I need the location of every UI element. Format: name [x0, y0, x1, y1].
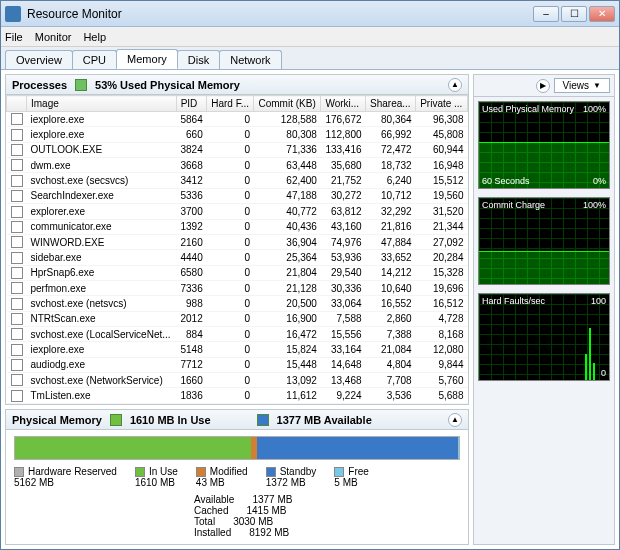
table-row[interactable]: svchost.exe (LocalServiceNet...884016,47… — [7, 327, 468, 342]
table-row[interactable]: iexplore.exe660080,308112,80066,99245,80… — [7, 127, 468, 142]
col-private[interactable]: Private ... — [416, 96, 468, 112]
cell-commit: 62,400 — [254, 173, 321, 188]
physmem-header[interactable]: Physical Memory 1610 MB In Use 1377 MB A… — [6, 410, 468, 430]
table-row[interactable]: HprSnap6.exe6580021,80429,54014,21215,32… — [7, 265, 468, 280]
row-checkbox[interactable] — [7, 296, 27, 311]
table-row[interactable]: iexplore.exe5148015,82433,16421,08412,08… — [7, 342, 468, 357]
cell-pid: 3700 — [176, 204, 207, 219]
menu-monitor[interactable]: Monitor — [35, 31, 72, 43]
legend-mod-val: 43 MB — [196, 477, 248, 488]
cell-private: 5,760 — [416, 373, 468, 388]
row-checkbox[interactable] — [7, 373, 27, 388]
table-row[interactable]: explorer.exe3700040,77263,81232,29231,52… — [7, 204, 468, 219]
cell-commit: 21,128 — [254, 280, 321, 295]
table-row[interactable]: sidebar.exe4440025,36453,93633,65220,284 — [7, 250, 468, 265]
col-pid[interactable]: PID — [176, 96, 207, 112]
table-row[interactable]: WINWORD.EXE2160036,90474,97647,88427,092 — [7, 234, 468, 249]
cell-private: 16,948 — [416, 158, 468, 173]
table-row[interactable]: iexplore.exe58640128,588176,67280,36496,… — [7, 112, 468, 127]
tab-overview[interactable]: Overview — [5, 50, 73, 69]
row-checkbox[interactable] — [7, 357, 27, 372]
views-button[interactable]: Views▼ — [554, 78, 610, 93]
titlebar[interactable]: Resource Monitor – ☐ ✕ — [1, 1, 619, 27]
row-checkbox[interactable] — [7, 112, 27, 127]
processes-table-scroll[interactable]: Image PID Hard F... Commit (KB) Worki...… — [6, 95, 468, 404]
menu-help[interactable]: Help — [83, 31, 106, 43]
tab-disk[interactable]: Disk — [177, 50, 220, 69]
table-row[interactable]: SearchIndexer.exe5336047,18830,27210,712… — [7, 188, 468, 203]
stat-total-v: 3030 MB — [233, 516, 273, 527]
close-button[interactable]: ✕ — [589, 6, 615, 22]
row-checkbox[interactable] — [7, 311, 27, 326]
legend-free: Free — [348, 466, 369, 477]
sidebar-collapse-icon[interactable]: ▶ — [536, 79, 550, 93]
graphs-sidebar: ▶ Views▼ Used Physical Memory 100% 60 Se… — [473, 74, 615, 545]
row-checkbox[interactable] — [7, 188, 27, 203]
row-checkbox[interactable] — [7, 158, 27, 173]
minimize-button[interactable]: – — [533, 6, 559, 22]
cell-sharea: 80,364 — [366, 112, 416, 127]
cell-commit: 11,380 — [254, 403, 321, 404]
row-checkbox[interactable] — [7, 403, 27, 404]
table-row[interactable]: svchost.exe (netsvcs)988020,50033,06416,… — [7, 296, 468, 311]
table-row[interactable]: perfmon.exe7336021,12830,33610,64019,696 — [7, 280, 468, 295]
col-working[interactable]: Worki... — [321, 96, 366, 112]
cell-private: 60,944 — [416, 142, 468, 157]
row-checkbox[interactable] — [7, 173, 27, 188]
cell-pid: 5336 — [176, 188, 207, 203]
col-image[interactable]: Image — [27, 96, 177, 112]
row-checkbox[interactable] — [7, 234, 27, 249]
cell-sharea: 21,084 — [366, 342, 416, 357]
row-checkbox[interactable] — [7, 204, 27, 219]
collapse-icon[interactable]: ▲ — [448, 78, 462, 92]
tab-cpu[interactable]: CPU — [72, 50, 117, 69]
table-row[interactable]: NTRtScan.exe2012016,9007,5882,8604,728 — [7, 311, 468, 326]
graph-used-physical-memory: Used Physical Memory 100% 60 Seconds 0% — [478, 101, 610, 189]
graph-hard-faults: Hard Faults/sec 100 0 — [478, 293, 610, 381]
row-checkbox[interactable] — [7, 250, 27, 265]
tab-memory[interactable]: Memory — [116, 49, 178, 69]
menubar: File Monitor Help — [1, 27, 619, 47]
menu-file[interactable]: File — [5, 31, 23, 43]
cell-hardf: 0 — [207, 158, 254, 173]
row-checkbox[interactable] — [7, 388, 27, 403]
col-sharea[interactable]: Sharea... — [366, 96, 416, 112]
cell-working: 30,336 — [321, 280, 366, 295]
table-row[interactable]: dwm.exe3668063,44835,68018,73216,948 — [7, 158, 468, 173]
cell-image: svchost.exe (LocalServiceNet... — [27, 327, 177, 342]
cell-commit: 11,612 — [254, 388, 321, 403]
row-checkbox[interactable] — [7, 127, 27, 142]
processes-header[interactable]: Processes 53% Used Physical Memory ▲ — [6, 75, 468, 95]
table-row[interactable]: OUTLOOK.EXE3824071,336133,41672,47260,94… — [7, 142, 468, 157]
cell-image: dwm.exe — [27, 158, 177, 173]
cell-working: 74,976 — [321, 234, 366, 249]
row-checkbox[interactable] — [7, 265, 27, 280]
cell-private: 19,560 — [416, 188, 468, 203]
col-commit[interactable]: Commit (KB) — [254, 96, 321, 112]
row-checkbox[interactable] — [7, 219, 27, 234]
cell-sharea: 10,640 — [366, 280, 416, 295]
row-checkbox[interactable] — [7, 342, 27, 357]
cell-hardf: 0 — [207, 357, 254, 372]
cell-image: perfmon.exe — [27, 280, 177, 295]
cell-pid: 2160 — [176, 234, 207, 249]
cell-sharea: 16,552 — [366, 296, 416, 311]
cell-image: svchost.exe (NetworkService) — [27, 373, 177, 388]
table-row[interactable]: communicator.exe1392040,43643,16021,8162… — [7, 219, 468, 234]
table-row[interactable]: TMBMSRV.exe3768011,38017,0166,52410,492 — [7, 403, 468, 404]
maximize-button[interactable]: ☐ — [561, 6, 587, 22]
cell-private: 8,168 — [416, 327, 468, 342]
tab-network[interactable]: Network — [219, 50, 281, 69]
table-row[interactable]: svchost.exe (secsvcs)3412062,40021,7526,… — [7, 173, 468, 188]
table-row[interactable]: TmListen.exe1836011,6129,2243,5365,688 — [7, 388, 468, 403]
cell-hardf: 0 — [207, 388, 254, 403]
cell-image: NTRtScan.exe — [27, 311, 177, 326]
cell-commit: 47,188 — [254, 188, 321, 203]
col-hardf[interactable]: Hard F... — [207, 96, 254, 112]
row-checkbox[interactable] — [7, 280, 27, 295]
table-row[interactable]: svchost.exe (NetworkService)1660013,0921… — [7, 373, 468, 388]
row-checkbox[interactable] — [7, 327, 27, 342]
row-checkbox[interactable] — [7, 142, 27, 157]
collapse-icon[interactable]: ▲ — [448, 413, 462, 427]
table-row[interactable]: audiodg.exe7712015,44814,6484,8049,844 — [7, 357, 468, 372]
